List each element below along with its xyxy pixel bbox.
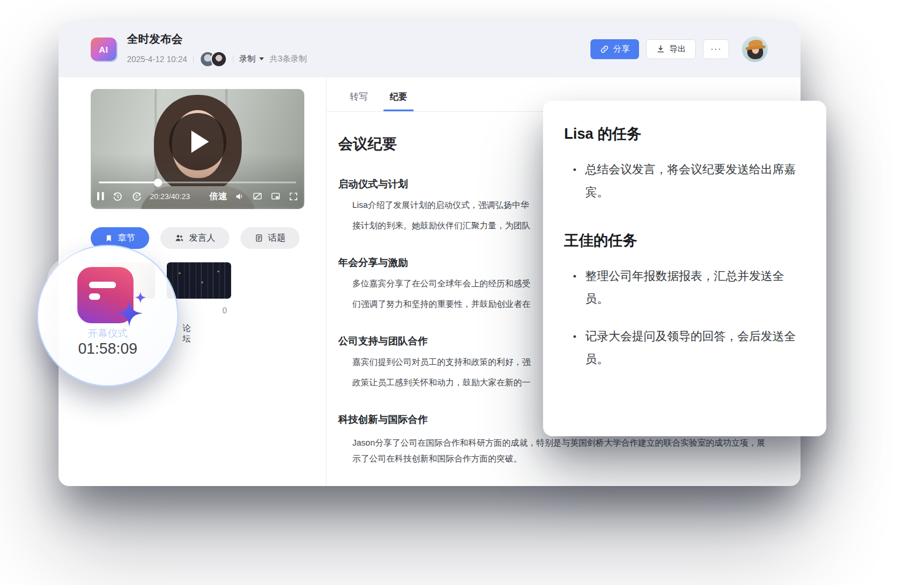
tab-minutes[interactable]: 纪要 <box>390 91 407 111</box>
pause-button[interactable] <box>97 191 105 201</box>
task-group-title: 王佳的任务 <box>564 231 803 250</box>
video-time: 20:23/40:23 <box>150 192 190 201</box>
export-button-label: 导出 <box>669 44 686 54</box>
tab-transcript[interactable]: 转写 <box>350 91 367 111</box>
meeting-title: 全时发布会 <box>127 32 307 47</box>
sparkle-icon <box>116 300 143 327</box>
chapter-2-title: 论坛 <box>183 323 191 344</box>
divider <box>193 55 194 63</box>
speakers-pill-label: 发言人 <box>189 232 215 244</box>
task-group: 王佳的任务 整理公司年报数据报表，汇总并发送全员。 记录大会提问及领导的回答，会… <box>564 231 803 371</box>
icon-text-bar <box>89 293 100 300</box>
progress-knob[interactable] <box>154 179 162 187</box>
play-button[interactable] <box>169 113 226 170</box>
lens-chapter-title: 开幕仪式 <box>38 327 177 340</box>
progress-played <box>99 182 158 183</box>
meeting-subline: 2025-4-12 10:24 录制 共3条录制 <box>127 51 307 67</box>
more-button[interactable]: ··· <box>703 39 729 59</box>
task-group-title: Lisa 的任务 <box>564 124 803 143</box>
subtitles-off-button[interactable] <box>252 191 263 201</box>
task-item: 记录大会提问及领导的回答，会后发送全员。 <box>564 325 803 371</box>
chapters-pill-label: 章节 <box>118 232 135 244</box>
share-button[interactable]: 分享 <box>590 39 639 59</box>
play-icon <box>191 131 209 153</box>
sparkle-icon <box>135 292 146 303</box>
section-text: Jason分享了公司在国际合作和科研方面的成就，特别是与英国剑桥大学合作建立的联… <box>338 435 774 467</box>
bookmark-icon <box>105 234 113 242</box>
topics-pill-label: 话题 <box>268 232 286 244</box>
task-card: Lisa 的任务 总结会议发言，将会议纪要发送给出席嘉宾。 王佳的任务 整理公司… <box>543 101 826 436</box>
chevron-down-icon <box>259 57 264 60</box>
svg-text:5: 5 <box>136 194 138 199</box>
video-progress-bar[interactable] <box>99 182 296 183</box>
user-avatar[interactable] <box>742 36 768 62</box>
fullscreen-button[interactable] <box>288 191 298 201</box>
view-pills: 章节 发言人 <box>91 227 300 249</box>
meeting-datetime: 2025-4-12 10:24 <box>127 54 187 64</box>
icon-text-bar <box>89 282 116 288</box>
recordings-dropdown[interactable]: 录制 <box>239 54 264 64</box>
lens-timestamp: 01:58:09 <box>38 340 177 358</box>
svg-text:5: 5 <box>117 194 119 199</box>
link-icon <box>600 45 609 54</box>
rewind-5-button[interactable]: 5 <box>112 191 123 202</box>
video-controls: 5 5 20:23/40:23 <box>97 187 298 205</box>
share-button-label: 分享 <box>613 44 630 54</box>
magnifier-lens: 开幕仪式 01:58:09 <box>37 245 178 386</box>
recordings-dropdown-label: 录制 <box>239 54 256 64</box>
participant-avatars <box>200 51 227 67</box>
window-header: AI 全时发布会 2025-4-12 10:24 录制 共3条录 <box>59 21 801 77</box>
task-item: 总结会议发言，将会议纪要发送给出席嘉宾。 <box>564 158 803 204</box>
video-player[interactable]: 5 5 20:23/40:23 <box>91 89 304 209</box>
playback-speed-button[interactable]: 倍速 <box>209 191 227 202</box>
mini-player-button[interactable] <box>270 191 281 201</box>
title-block: 全时发布会 2025-4-12 10:24 录制 共3条录制 <box>127 32 307 67</box>
speakers-pill[interactable]: 发言人 <box>160 227 229 249</box>
notebook-icon <box>255 234 263 242</box>
app-logo-icon: AI <box>91 37 116 61</box>
participant-avatar <box>211 51 227 67</box>
export-button[interactable]: 导出 <box>646 39 696 59</box>
task-item-text: 记录大会提问及领导的回答，会后发送全员。 <box>585 325 803 371</box>
forward-5-button[interactable]: 5 <box>131 191 142 202</box>
volume-icon[interactable] <box>235 191 245 201</box>
recordings-count: 共3条录制 <box>270 54 307 64</box>
people-icon <box>174 233 184 243</box>
topics-pill[interactable]: 话题 <box>241 227 300 249</box>
divider <box>233 55 233 63</box>
task-item-text: 总结会议发言，将会议纪要发送给出席嘉宾。 <box>585 158 803 204</box>
task-item-text: 整理公司年报数据报表，汇总并发送全员。 <box>585 265 803 310</box>
chapter-thumbnail-2[interactable] <box>167 262 231 299</box>
task-item: 整理公司年报数据报表，汇总并发送全员。 <box>564 265 803 310</box>
app-logo-text: AI <box>99 45 108 54</box>
task-group: Lisa 的任务 总结会议发言，将会议纪要发送给出席嘉宾。 <box>564 124 803 204</box>
download-icon <box>656 45 665 54</box>
chapter-2-time: 0 <box>222 306 227 315</box>
